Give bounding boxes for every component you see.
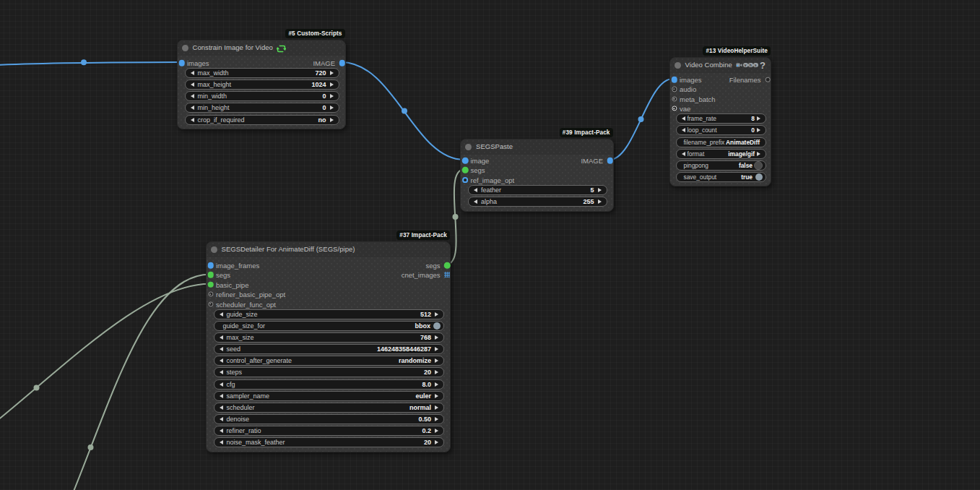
node-graph-canvas[interactable]: Constrain Image for VideoimagesIMAGEmax_… bbox=[0, 0, 980, 490]
increment-arrow-icon[interactable] bbox=[757, 116, 760, 121]
widget-value-crop_if_required[interactable]: no bbox=[318, 116, 326, 123]
node-segspaste[interactable]: SEGSPasteimagesegsref_image_optIMAGEfeat… bbox=[460, 139, 614, 212]
increment-arrow-icon[interactable] bbox=[598, 199, 602, 204]
input-slot-image_frames[interactable] bbox=[207, 262, 214, 269]
link-midpoint-constrain-to-segspaste[interactable] bbox=[402, 108, 407, 114]
increment-arrow-icon[interactable] bbox=[435, 347, 438, 351]
node-video-combine[interactable]: Video Combinevhs?imagesaudiometa_batchva… bbox=[669, 57, 772, 186]
increment-arrow-icon[interactable] bbox=[435, 394, 438, 398]
widget-min_width[interactable]: min_width0 bbox=[185, 91, 339, 101]
output-slot-cnet_images[interactable] bbox=[444, 272, 450, 278]
widget-noise_mask_feather[interactable]: noise_mask_feather20 bbox=[214, 437, 445, 447]
link-offscreen-to-segsdetailer-basicpipe[interactable] bbox=[0, 284, 210, 490]
widget-max_height[interactable]: max_height1024 bbox=[185, 79, 339, 90]
widget-scheduler[interactable]: schedulernormal bbox=[214, 403, 445, 413]
refresh-green-icon[interactable] bbox=[277, 43, 286, 56]
increment-arrow-icon[interactable] bbox=[330, 82, 334, 87]
widget-value-denoise[interactable]: 0.50 bbox=[418, 416, 431, 423]
widget-steps[interactable]: steps20 bbox=[214, 367, 445, 377]
widget-value-scheduler[interactable]: normal bbox=[409, 404, 431, 411]
widget-value-max_height[interactable]: 1024 bbox=[311, 81, 326, 88]
decrement-arrow-icon[interactable] bbox=[220, 429, 223, 433]
widget-control_after_generate[interactable]: control_after_generaterandomize bbox=[214, 356, 445, 366]
decrement-arrow-icon[interactable] bbox=[191, 106, 194, 110]
input-slot-refiner_basic_pipe_opt[interactable] bbox=[208, 292, 213, 297]
widget-feather[interactable]: feather5 bbox=[468, 185, 607, 195]
widget-save_output[interactable]: save_outputtrue bbox=[676, 172, 767, 182]
link-midpoint-segsdetailer-to-segspaste-segs[interactable] bbox=[453, 214, 459, 220]
widget-sampler_name[interactable]: sampler_nameeuler bbox=[214, 391, 445, 401]
widget-value-save_output[interactable]: true bbox=[741, 173, 753, 181]
increment-arrow-icon[interactable] bbox=[435, 429, 438, 433]
decrement-arrow-icon[interactable] bbox=[682, 128, 685, 132]
toggle-knob-guide_size_for[interactable] bbox=[433, 322, 441, 330]
increment-arrow-icon[interactable] bbox=[757, 128, 760, 132]
input-slot-vae[interactable] bbox=[672, 106, 677, 111]
increment-arrow-icon[interactable] bbox=[757, 152, 760, 156]
input-slot-segs[interactable] bbox=[207, 272, 214, 278]
widget-value-loop_count[interactable]: 0 bbox=[751, 126, 755, 134]
widget-value-sampler_name[interactable]: euler bbox=[415, 392, 431, 399]
widget-max_size[interactable]: max_size768 bbox=[214, 332, 445, 343]
input-slot-scheduler_func_opt[interactable] bbox=[208, 301, 213, 306]
decrement-arrow-icon[interactable] bbox=[220, 405, 223, 410]
collapse-dot[interactable] bbox=[182, 45, 188, 51]
widget-value-filename_prefix[interactable]: AnimateDiff bbox=[726, 138, 760, 145]
input-slot-images[interactable] bbox=[178, 60, 185, 66]
widget-value-max_size[interactable]: 768 bbox=[420, 334, 431, 341]
widget-pingpong[interactable]: pingpongfalse bbox=[676, 160, 767, 171]
decrement-arrow-icon[interactable] bbox=[682, 116, 685, 121]
decrement-arrow-icon[interactable] bbox=[191, 82, 194, 87]
increment-arrow-icon[interactable] bbox=[435, 370, 438, 374]
widget-value-max_width[interactable]: 720 bbox=[315, 69, 326, 77]
decrement-arrow-icon[interactable] bbox=[474, 199, 477, 204]
widget-value-guide_size[interactable]: 512 bbox=[420, 310, 431, 317]
widget-crop_if_required[interactable]: crop_if_requiredno bbox=[185, 115, 339, 125]
link-midpoint-offscreen-to-segsdetailer-basicpipe[interactable] bbox=[34, 385, 40, 391]
widget-frame_rate[interactable]: frame_rate8 bbox=[676, 113, 767, 124]
decrement-arrow-icon[interactable] bbox=[220, 394, 223, 398]
input-slot-audio[interactable] bbox=[672, 87, 677, 92]
output-slot-IMAGE[interactable] bbox=[339, 60, 345, 66]
decrement-arrow-icon[interactable] bbox=[220, 370, 223, 374]
widget-loop_count[interactable]: loop_count0 bbox=[676, 125, 767, 135]
widget-filename_prefix[interactable]: filename_prefixAnimateDiff bbox=[676, 137, 767, 147]
widget-cfg[interactable]: cfg8.0 bbox=[214, 379, 445, 390]
widget-value-pingpong[interactable]: false bbox=[739, 162, 753, 169]
decrement-arrow-icon[interactable] bbox=[220, 440, 223, 444]
widget-max_width[interactable]: max_width720 bbox=[185, 68, 339, 78]
widget-value-refiner_ratio[interactable]: 0.2 bbox=[422, 427, 431, 434]
node-constrain-image-for-video[interactable]: Constrain Image for VideoimagesIMAGEmax_… bbox=[177, 40, 346, 130]
increment-arrow-icon[interactable] bbox=[330, 94, 334, 98]
increment-arrow-icon[interactable] bbox=[330, 118, 334, 122]
collapse-dot[interactable] bbox=[211, 246, 217, 253]
widget-refiner_ratio[interactable]: refiner_ratio0.2 bbox=[214, 426, 445, 436]
link-midpoint-into-constrain-images[interactable] bbox=[81, 59, 87, 65]
link-into-constrain-images[interactable] bbox=[0, 62, 181, 65]
widget-value-seed[interactable]: 146248358446287 bbox=[377, 345, 431, 353]
increment-arrow-icon[interactable] bbox=[330, 71, 334, 75]
widget-value-control_after_generate[interactable]: randomize bbox=[399, 357, 431, 364]
node-segsdetailer-for-animatediff-segs-pipe[interactable]: SEGSDetailer For AnimateDiff (SEGS/pipe)… bbox=[206, 241, 451, 453]
input-slot-ref_image_opt[interactable] bbox=[462, 177, 468, 183]
widget-value-steps[interactable]: 20 bbox=[424, 369, 431, 376]
widget-guide_size_for[interactable]: guide_size_forbbox bbox=[214, 321, 445, 331]
widget-min_height[interactable]: min_height0 bbox=[185, 103, 339, 113]
decrement-arrow-icon[interactable] bbox=[682, 152, 685, 156]
widget-seed[interactable]: seed146248358446287 bbox=[214, 344, 445, 354]
increment-arrow-icon[interactable] bbox=[435, 335, 438, 340]
output-slot-IMAGE[interactable] bbox=[607, 158, 613, 164]
widget-value-feather[interactable]: 5 bbox=[590, 186, 594, 194]
widget-denoise[interactable]: denoise0.50 bbox=[214, 414, 445, 424]
increment-arrow-icon[interactable] bbox=[435, 440, 438, 444]
decrement-arrow-icon[interactable] bbox=[191, 94, 194, 98]
widget-value-min_height[interactable]: 0 bbox=[322, 104, 326, 111]
input-slot-segs[interactable] bbox=[462, 167, 469, 173]
toggle-knob-pingpong[interactable] bbox=[754, 161, 763, 170]
increment-arrow-icon[interactable] bbox=[435, 312, 438, 317]
increment-arrow-icon[interactable] bbox=[435, 382, 438, 387]
collapse-dot[interactable] bbox=[675, 62, 681, 69]
decrement-arrow-icon[interactable] bbox=[474, 188, 477, 192]
widget-value-format[interactable]: image/gif bbox=[728, 150, 755, 157]
widget-guide_size[interactable]: guide_size512 bbox=[214, 309, 445, 319]
